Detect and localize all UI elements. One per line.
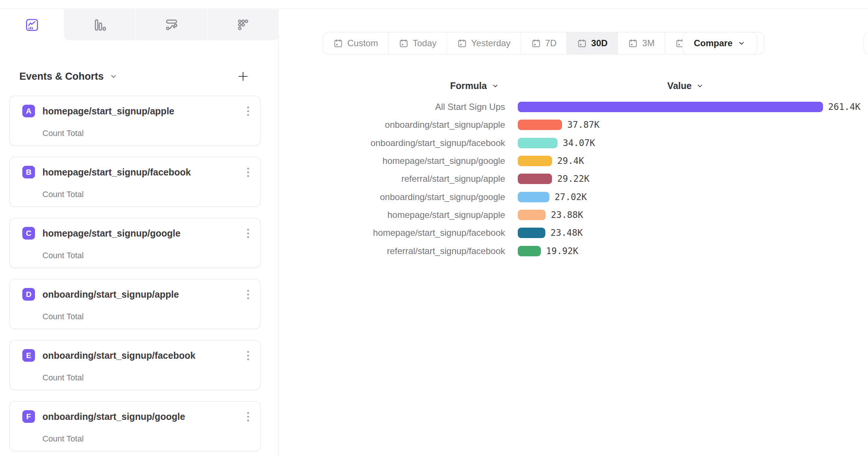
- compare-button[interactable]: Compare: [682, 32, 757, 54]
- chart-bar[interactable]: [518, 138, 558, 148]
- date-range-segment-today[interactable]: Today: [388, 32, 447, 54]
- chart-row: onboarding/start_signup/apple 37.87K: [279, 116, 861, 134]
- chevron-down-icon: [491, 82, 499, 90]
- value-column-header[interactable]: Value: [667, 80, 704, 91]
- event-letter-badge: D: [22, 288, 35, 301]
- chart-bar[interactable]: [518, 174, 552, 184]
- chart-bar-value: 23.88K: [551, 210, 583, 220]
- event-options-kebab-icon[interactable]: [245, 410, 251, 424]
- event-letter-badge: F: [22, 410, 35, 423]
- event-name: homepage/start_signup/apple: [42, 106, 174, 117]
- chart-row: referral/start_signup/facebook 19.92K: [279, 242, 861, 260]
- chart-row-label: homepage/start_signup/facebook: [279, 228, 505, 238]
- chart-row: All Start Sign Ups 261.4K: [279, 98, 861, 116]
- event-name: onboarding/start_signup/google: [42, 411, 185, 422]
- event-metric: Count Total: [42, 251, 84, 260]
- add-event-button[interactable]: [236, 69, 250, 83]
- inactive-tab-group: [64, 9, 279, 40]
- chart-bar-value: 29.22K: [557, 174, 590, 184]
- calendar-icon: [333, 38, 343, 48]
- events-cohorts-title: Events & Cohorts: [19, 71, 104, 82]
- chart-row: homepage/start_signup/facebook 23.48K: [279, 224, 861, 242]
- event-name: homepage/start_signup/google: [42, 228, 181, 239]
- chart-row-label: referral/start_signup/apple: [279, 174, 505, 184]
- top-strip: [0, 0, 868, 9]
- flows-icon: [164, 18, 179, 32]
- date-range-label: Custom: [347, 38, 378, 48]
- date-range-label: 30D: [591, 38, 607, 48]
- event-card[interactable]: E onboarding/start_signup/facebook Count…: [9, 340, 261, 390]
- chart-bar[interactable]: [518, 192, 549, 202]
- chart-bar-value: 34.07K: [563, 138, 595, 148]
- event-metric: Count Total: [42, 373, 84, 383]
- event-letter-badge: B: [22, 166, 35, 178]
- chart-bar[interactable]: [518, 102, 823, 112]
- event-letter-badge: E: [22, 349, 35, 362]
- date-range-label: Yesterday: [471, 38, 511, 48]
- date-range-label: 7D: [545, 38, 557, 48]
- chart-bar[interactable]: [518, 210, 546, 220]
- chart-bar[interactable]: [518, 120, 562, 130]
- chart-row-label: onboarding/start_signup/facebook: [279, 138, 505, 148]
- tab-insights-line-chart[interactable]: [0, 9, 64, 40]
- chart-bar-value: 37.87K: [567, 120, 600, 130]
- chevron-down-icon: [109, 72, 118, 80]
- calendar-icon: [628, 38, 638, 48]
- event-card[interactable]: D onboarding/start_signup/apple Count To…: [9, 279, 261, 329]
- chart-bar[interactable]: [518, 156, 552, 166]
- chart-row-label: onboarding/start_signup/google: [279, 192, 505, 202]
- partial-button-right-edge[interactable]: [864, 32, 868, 54]
- event-options-kebab-icon[interactable]: [245, 104, 251, 118]
- insights-report-page: Events & Cohorts A homepage/start_signup…: [0, 0, 868, 456]
- formula-column-header[interactable]: Formula: [450, 80, 499, 91]
- chart-row-label: onboarding/start_signup/apple: [279, 120, 505, 130]
- event-options-kebab-icon[interactable]: [245, 349, 251, 362]
- event-options-kebab-icon[interactable]: [245, 227, 251, 240]
- event-card[interactable]: F onboarding/start_signup/google Count T…: [9, 401, 261, 451]
- date-range-segment-7d[interactable]: 7D: [521, 32, 567, 54]
- plus-icon: [237, 70, 249, 83]
- event-options-kebab-icon[interactable]: [245, 288, 251, 301]
- event-name: onboarding/start_signup/facebook: [42, 350, 195, 361]
- event-metric: Count Total: [42, 129, 84, 138]
- calendar-icon: [399, 38, 409, 48]
- chart-row: onboarding/start_signup/google 27.02K: [279, 188, 861, 206]
- events-cohorts-dropdown[interactable]: Events & Cohorts: [19, 71, 118, 82]
- insights-line-chart-icon: [25, 18, 39, 32]
- calendar-icon: [531, 38, 541, 48]
- event-cards-list: A homepage/start_signup/apple Count Tota…: [9, 96, 261, 451]
- event-card[interactable]: A homepage/start_signup/apple Count Tota…: [9, 96, 261, 146]
- chart-bar-value: 27.02K: [555, 192, 587, 202]
- sidebar: Events & Cohorts A homepage/start_signup…: [0, 9, 279, 456]
- event-options-kebab-icon[interactable]: [245, 165, 251, 179]
- tab-bar-chart[interactable]: [64, 9, 135, 40]
- chart-bar[interactable]: [518, 228, 545, 238]
- chart-row-label: All Start Sign Ups: [279, 102, 505, 112]
- chart-bar-value: 261.4K: [828, 102, 861, 112]
- chart-row: onboarding/start_signup/facebook 34.07K: [279, 134, 861, 152]
- compare-label: Compare: [694, 38, 733, 48]
- tab-flows[interactable]: [135, 9, 207, 40]
- chart-bar[interactable]: [518, 246, 541, 256]
- event-card[interactable]: B homepage/start_signup/facebook Count T…: [9, 157, 261, 207]
- date-range-segment-3m[interactable]: 3M: [618, 32, 664, 54]
- sidebar-header: Events & Cohorts: [19, 70, 250, 83]
- event-letter-badge: A: [22, 105, 35, 117]
- date-range-label: 3M: [642, 38, 654, 48]
- chart-row-label: homepage/start_signup/apple: [279, 210, 505, 220]
- chart-type-tabbar: [0, 9, 278, 40]
- tab-retention[interactable]: [207, 9, 279, 40]
- chart-row: homepage/start_signup/apple 23.88K: [279, 206, 861, 224]
- chart-bar-value: 23.48K: [551, 228, 583, 238]
- chart-row-label: homepage/start_signup/google: [279, 156, 505, 166]
- report-main: Custom Today Yesterday 7D: [279, 9, 868, 456]
- event-card[interactable]: C homepage/start_signup/google Count Tot…: [9, 218, 261, 268]
- chart-bar-value: 29.4K: [557, 156, 584, 166]
- retention-dots-icon: [236, 18, 251, 32]
- bar-chart-icon: [92, 18, 107, 32]
- date-range-segment-yesterday[interactable]: Yesterday: [447, 32, 521, 54]
- date-range-segment-custom[interactable]: Custom: [323, 32, 388, 54]
- date-range-segment-30d[interactable]: 30D: [567, 32, 618, 54]
- event-letter-badge: C: [22, 227, 35, 240]
- chart-row-label: referral/start_signup/facebook: [279, 246, 505, 256]
